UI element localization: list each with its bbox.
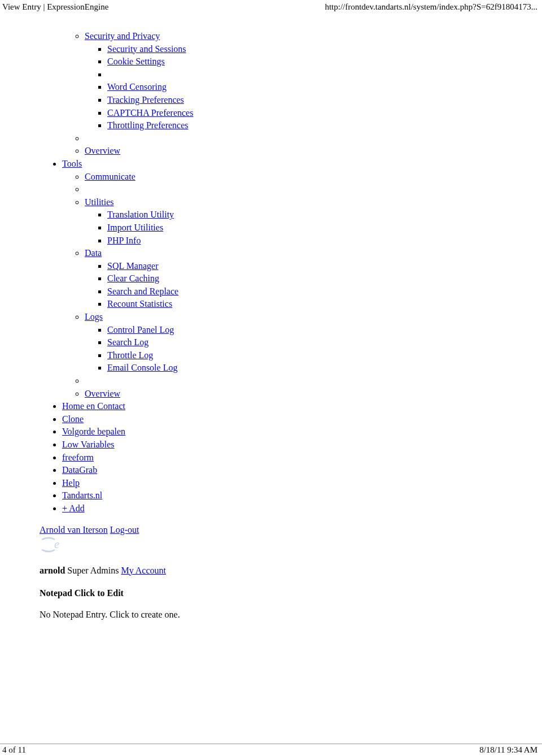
link-control-panel-log[interactable]: Control Panel Log: [107, 325, 174, 334]
link-datagrab[interactable]: DataGrab: [62, 465, 97, 475]
link-overview-2[interactable]: Overview: [85, 389, 120, 398]
link-cookie-settings[interactable]: Cookie Settings: [107, 57, 165, 66]
link-communicate[interactable]: Communicate: [85, 172, 136, 181]
link-tracking-preferences[interactable]: Tracking Preferences: [107, 95, 184, 105]
svg-text:e: e: [54, 537, 59, 550]
link-translation-utility[interactable]: Translation Utility: [107, 210, 174, 219]
link-search-log[interactable]: Search Log: [107, 337, 148, 347]
page-indicator: 4 of 11: [2, 745, 26, 755]
link-clear-caching[interactable]: Clear Caching: [107, 273, 159, 283]
page-url: http://frontdev.tandarts.nl/system/index…: [325, 2, 537, 12]
nav-throttle-log[interactable]: Throttle Log: [107, 349, 542, 362]
nav-php-info[interactable]: PHP Info: [107, 234, 542, 247]
nav-freeform[interactable]: freeform: [62, 451, 542, 464]
nav-control-panel-log[interactable]: Control Panel Log: [107, 324, 542, 336]
link-tools[interactable]: Tools: [62, 159, 82, 168]
link-search-and-replace[interactable]: Search and Replace: [107, 286, 178, 296]
nav-word-censoring[interactable]: Word Censoring: [107, 81, 542, 93]
link-freeform[interactable]: freeform: [62, 453, 94, 462]
nav-security-privacy[interactable]: Security and Privacy Security and Sessio…: [85, 30, 542, 132]
nav-clear-caching[interactable]: Clear Caching: [107, 272, 542, 285]
link-tandarts-nl[interactable]: Tandarts.nl: [62, 490, 102, 500]
nav-clone[interactable]: Clone: [62, 413, 542, 425]
link-low-variables[interactable]: Low Variables: [62, 440, 115, 449]
link-security-sessions[interactable]: Security and Sessions: [107, 44, 186, 54]
nav-overview-2[interactable]: Overview: [85, 388, 542, 400]
nav-help[interactable]: Help: [62, 477, 542, 489]
nav-logs[interactable]: Logs Control Panel Log Search Log Thrott…: [85, 311, 542, 374]
link-add[interactable]: + Add: [62, 503, 85, 513]
nav-translation-utility[interactable]: Translation Utility: [107, 208, 542, 221]
ee-logo-icon: e: [40, 536, 542, 555]
nav-add[interactable]: + Add: [62, 502, 542, 515]
nav-email-console-log[interactable]: Email Console Log: [107, 362, 542, 374]
link-utilities[interactable]: Utilities: [85, 197, 114, 207]
link-volgorde-bepalen[interactable]: Volgorde bepalen: [62, 427, 125, 436]
link-captcha-preferences[interactable]: CAPTCHA Preferences: [107, 108, 193, 118]
notepad-body[interactable]: No Notepad Entry. Click to create one.: [40, 610, 542, 620]
nav-tracking-preferences[interactable]: Tracking Preferences: [107, 94, 542, 106]
link-logout[interactable]: Log-out: [110, 525, 139, 535]
link-my-account[interactable]: My Account: [121, 566, 166, 575]
nav-recount-statistics[interactable]: Recount Statistics: [107, 298, 542, 310]
nav-communicate[interactable]: Communicate: [85, 171, 542, 183]
nav-home-en-contact[interactable]: Home en Contact: [62, 400, 542, 412]
nav-import-utilities[interactable]: Import Utilities: [107, 221, 542, 234]
nav-tools[interactable]: Tools Communicate Utilities Translation …: [62, 158, 542, 399]
link-home-en-contact[interactable]: Home en Contact: [62, 401, 125, 411]
nav-search-log[interactable]: Search Log: [107, 336, 542, 349]
nav-empty-item: [107, 68, 542, 81]
link-throttling-preferences[interactable]: Throttling Preferences: [107, 120, 189, 130]
link-php-info[interactable]: PHP Info: [107, 236, 141, 245]
link-logs[interactable]: Logs: [85, 312, 103, 321]
nav-search-and-replace[interactable]: Search and Replace: [107, 285, 542, 298]
nav-throttling-preferences[interactable]: Throttling Preferences: [107, 119, 542, 132]
nav-datagrab[interactable]: DataGrab: [62, 464, 542, 476]
nav-empty-circle: [85, 132, 542, 145]
link-import-utilities[interactable]: Import Utilities: [107, 223, 163, 232]
link-throttle-log[interactable]: Throttle Log: [107, 350, 153, 360]
link-word-censoring[interactable]: Word Censoring: [107, 82, 167, 92]
link-overview-1[interactable]: Overview: [85, 146, 120, 155]
link-help[interactable]: Help: [62, 478, 80, 488]
nav-overview-1[interactable]: Overview: [85, 145, 542, 157]
link-user-name[interactable]: Arnold van Iterson: [40, 525, 108, 535]
link-data[interactable]: Data: [85, 248, 102, 258]
nav-volgorde-bepalen[interactable]: Volgorde bepalen: [62, 425, 542, 438]
link-sql-manager[interactable]: SQL Manager: [107, 261, 159, 271]
link-clone[interactable]: Clone: [62, 414, 84, 424]
notepad-title[interactable]: Notepad Click to Edit: [40, 588, 542, 598]
page-title: View Entry | ExpressionEngine: [2, 2, 108, 12]
nav-sql-manager[interactable]: SQL Manager: [107, 260, 542, 272]
nav-empty-circle-3: [85, 375, 542, 387]
nav-empty-circle-2: [85, 183, 542, 195]
nav-low-variables[interactable]: Low Variables: [62, 438, 542, 451]
nav-security-sessions[interactable]: Security and Sessions: [107, 43, 542, 55]
username-label: arnold: [40, 566, 65, 575]
nav-data[interactable]: Data SQL Manager Clear Caching Search an…: [85, 247, 542, 310]
link-security-privacy[interactable]: Security and Privacy: [85, 31, 160, 41]
nav-captcha-preferences[interactable]: CAPTCHA Preferences: [107, 107, 542, 119]
user-role: Super Admins: [67, 566, 119, 575]
nav-tandarts-nl[interactable]: Tandarts.nl: [62, 489, 542, 502]
page-datetime: 8/18/11 9:34 AM: [479, 745, 537, 755]
nav-utilities[interactable]: Utilities Translation Utility Import Uti…: [85, 196, 542, 246]
nav-cookie-settings[interactable]: Cookie Settings: [107, 55, 542, 68]
link-recount-statistics[interactable]: Recount Statistics: [107, 299, 172, 309]
link-email-console-log[interactable]: Email Console Log: [107, 363, 177, 372]
